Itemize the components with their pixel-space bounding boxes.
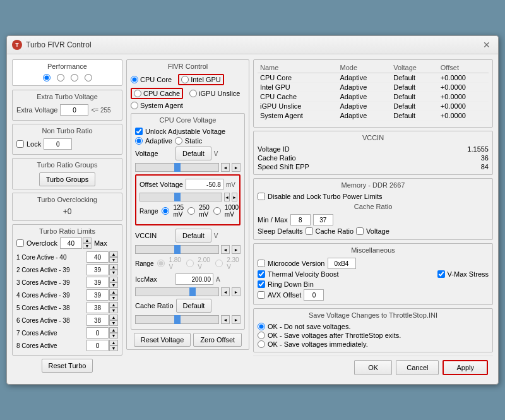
close-button[interactable]: ✕ [480, 40, 493, 50]
ok-button[interactable]: OK [354, 360, 392, 375]
cancel-button[interactable]: Cancel [396, 360, 439, 375]
perf-radio-1[interactable] [43, 74, 50, 81]
fivr-cpu-core-radio[interactable] [131, 76, 138, 83]
core-6-down[interactable]: ▼ [109, 320, 118, 326]
fivr-system-agent-radio[interactable] [131, 102, 138, 109]
turbo-groups-button[interactable]: Turbo Groups [39, 172, 95, 186]
core-1-down[interactable]: ▼ [109, 257, 118, 263]
vccin-range-230-radio[interactable] [215, 260, 223, 267]
core-7-input[interactable] [86, 327, 109, 339]
lock-checkbox[interactable] [16, 140, 24, 148]
core-6-label: 6 Cores Active - 38 [16, 317, 80, 324]
core-3-up[interactable]: ▲ [109, 277, 118, 282]
row-cpu-core-voltage: Default [391, 73, 438, 83]
core-5-down[interactable]: ▼ [109, 308, 118, 313]
core-6-up[interactable]: ▲ [109, 315, 118, 320]
core-row-1: 1 Core Active - 40 ▲ ▼ [16, 251, 118, 263]
range-1000-radio[interactable] [213, 207, 221, 215]
save-radio-1[interactable] [258, 323, 265, 330]
iccmax-slider-right[interactable]: ► [232, 287, 241, 296]
core-2-down[interactable]: ▼ [109, 270, 118, 275]
cache-min-input[interactable] [290, 214, 311, 225]
fivr-cpu-cache-radio[interactable] [134, 90, 141, 97]
iccmax-slider[interactable] [135, 287, 219, 296]
core-5-input[interactable] [86, 302, 109, 313]
save-radio-3[interactable] [258, 340, 265, 348]
ring-down-checkbox[interactable] [258, 280, 265, 288]
vccin-slider-right[interactable]: ► [232, 245, 241, 254]
voltage-default-button[interactable]: Default [175, 147, 211, 160]
core-4-down[interactable]: ▼ [109, 295, 118, 301]
core-3-input[interactable] [86, 277, 109, 288]
fivr-intel-gpu-radio[interactable] [181, 76, 189, 83]
cache-max-input[interactable] [313, 214, 333, 225]
cache-ratio-slider-container: ◄ ► [135, 315, 241, 324]
core-1-input[interactable] [86, 251, 109, 263]
core-2-up[interactable]: ▲ [109, 264, 118, 270]
core-1-up[interactable]: ▲ [109, 251, 118, 257]
microcode-input[interactable] [328, 258, 356, 269]
core-2-input[interactable] [86, 264, 109, 275]
unlock-checkbox[interactable] [135, 128, 143, 135]
disable-turbo-checkbox[interactable] [258, 193, 265, 200]
voltage-id-label: Voltage ID [258, 145, 290, 153]
lock-input[interactable] [44, 138, 72, 150]
core-8-input[interactable] [86, 340, 109, 351]
cache-ratio-slider[interactable] [135, 315, 219, 324]
offset-slider[interactable] [140, 193, 222, 201]
vccin-slider[interactable] [135, 245, 219, 254]
overclock-down[interactable]: ▼ [83, 243, 92, 249]
perf-radio-3[interactable] [71, 74, 78, 81]
microcode-checkbox[interactable] [258, 260, 265, 267]
core-7-down[interactable]: ▼ [109, 333, 118, 339]
apply-button[interactable]: Apply [443, 360, 488, 375]
vccin-slider-container: ◄ ► [135, 245, 241, 254]
row-cpu-core-mode: Adaptive [338, 73, 391, 83]
cache-ratio-info-row: Cache Ratio 36 [258, 154, 489, 162]
static-radio[interactable] [175, 137, 182, 145]
core-3-down[interactable]: ▼ [109, 282, 118, 288]
perf-radio-2[interactable] [57, 74, 64, 81]
cache-ratio-slider-right[interactable]: ► [232, 315, 241, 324]
extra-voltage-input[interactable] [60, 104, 88, 116]
vccin-range-180-radio[interactable] [157, 260, 165, 267]
reset-voltage-button[interactable]: Reset Voltage [134, 333, 191, 347]
voltage-slider-right[interactable]: ► [232, 163, 241, 172]
range-250-radio[interactable] [187, 207, 195, 215]
offset-slider-left[interactable]: ◄ [224, 193, 230, 201]
core-4-up[interactable]: ▲ [109, 289, 118, 295]
avx-input[interactable] [304, 289, 324, 301]
iccmax-input[interactable] [175, 273, 213, 285]
overclock-checkbox[interactable] [16, 239, 24, 247]
fivr-igpu-unslice-radio[interactable] [189, 90, 197, 97]
cache-ratio-default-button[interactable]: Default [176, 299, 212, 313]
vccin-range-200-radio[interactable] [186, 260, 194, 267]
core-5-up[interactable]: ▲ [109, 302, 118, 308]
zero-offset-button[interactable]: Zero Offset [193, 333, 242, 347]
save-radio-2[interactable] [258, 332, 265, 339]
core-6-input[interactable] [86, 315, 109, 326]
adaptive-radio[interactable] [135, 137, 143, 145]
sleep-voltage-checkbox[interactable] [356, 227, 364, 235]
vccin-slider-left[interactable]: ◄ [221, 245, 230, 254]
cache-ratio-slider-left[interactable]: ◄ [221, 315, 230, 324]
vmax-checkbox[interactable] [437, 270, 445, 278]
iccmax-slider-left[interactable]: ◄ [221, 287, 230, 296]
core-7-up[interactable]: ▲ [109, 327, 118, 333]
core-4-input[interactable] [86, 289, 109, 301]
overclock-up[interactable]: ▲ [83, 237, 92, 243]
avx-checkbox[interactable] [258, 291, 265, 299]
reset-turbo-button[interactable]: Reset Turbo [42, 359, 93, 373]
perf-radio-4[interactable] [85, 74, 92, 81]
offset-slider-right[interactable]: ► [232, 193, 237, 201]
thermal-checkbox[interactable] [258, 270, 265, 278]
sleep-cache-checkbox[interactable] [306, 227, 313, 235]
range-125-radio[interactable] [162, 207, 169, 215]
core-8-down[interactable]: ▼ [109, 345, 118, 351]
overclock-input[interactable] [60, 237, 82, 249]
voltage-slider[interactable] [135, 163, 219, 172]
vccin-default-button[interactable]: Default [175, 229, 211, 243]
offset-voltage-input[interactable] [186, 179, 223, 190]
core-8-up[interactable]: ▲ [109, 340, 118, 345]
voltage-slider-left[interactable]: ◄ [221, 163, 230, 172]
